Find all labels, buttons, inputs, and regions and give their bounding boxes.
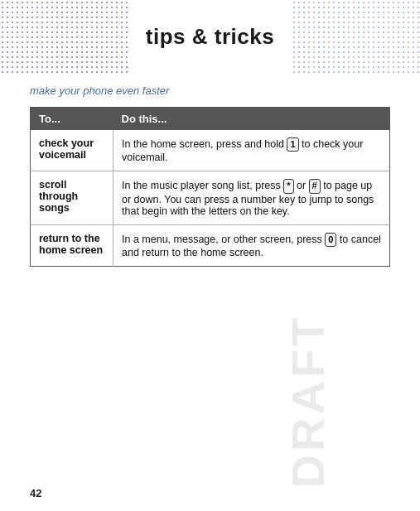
description-cell: In the music player song list, press * o… [113,171,390,224]
table-row: check your voicemail In the home screen,… [31,130,390,171]
page-number: 42 [30,487,41,499]
description-cell: In a menu, message, or other screen, pre… [113,224,390,266]
key-0-icon: 0 [325,233,336,247]
header-banner: tips & tricks [0,0,420,73]
table-row: return to the home screen In a menu, mes… [31,224,390,266]
header-dots-left [0,0,128,73]
col2-header: Do this... [113,108,390,131]
key-hash-icon: # [309,179,321,193]
action-cell: return to the home screen [31,224,113,266]
header-dots-right [292,0,420,73]
content-area: To... Do this... check your voicemail In… [0,107,420,267]
action-cell: check your voicemail [31,130,113,171]
key-star-icon: * [283,179,293,193]
tips-table: To... Do this... check your voicemail In… [30,107,390,267]
subtitle: make your phone even faster [30,84,390,97]
table-row: scroll through songs In the music player… [31,171,390,224]
description-cell: In the home screen, press and hold 1 to … [113,130,390,171]
action-cell: scroll through songs [31,171,113,224]
page-title: tips & tricks [146,24,274,50]
draft-watermark: DRAFT [282,315,336,489]
key-1-icon: 1 [287,137,298,152]
col1-header: To... [31,108,113,131]
